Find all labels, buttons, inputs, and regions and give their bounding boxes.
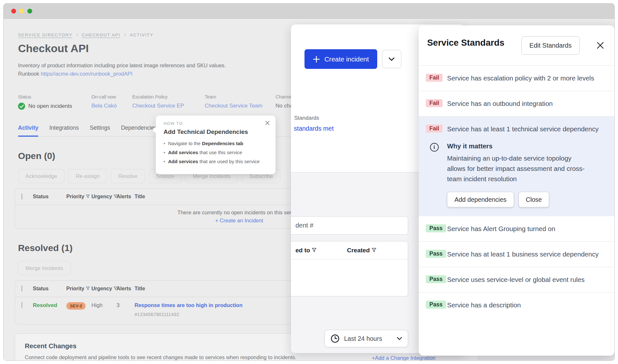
- window-content: SERVICE DIRECTORY › CHECKOUT API › ACTIV…: [4, 19, 614, 360]
- incident-status: Resolved: [33, 302, 66, 309]
- priority-badge: SEV-2: [66, 302, 86, 310]
- resolve-button[interactable]: Resolve: [111, 169, 145, 183]
- howto-step: •Navigate to the Dependencies tab: [164, 141, 268, 146]
- howto-tooltip: HOW TO Add Technical Dependencies •Navig…: [156, 116, 276, 174]
- col-urgency: Urgency: [91, 286, 117, 292]
- standard-item[interactable]: Pass Service has Alert Grouping turned o…: [419, 216, 614, 242]
- runbook-label: Runbook: [18, 71, 39, 77]
- standard-text: Service has at least 1 business service …: [447, 249, 599, 259]
- filter-funnel-icon[interactable]: [86, 286, 90, 292]
- col-assigned-to: ed to: [295, 247, 347, 254]
- select-all-checkbox[interactable]: [22, 285, 22, 292]
- standard-text: Service has escalation policy with 2 or …: [447, 73, 594, 83]
- col-status: Status: [33, 194, 66, 200]
- plus-icon: [313, 56, 320, 63]
- incident-alert-count: 3: [117, 302, 135, 309]
- incident-search-input[interactable]: [291, 216, 408, 235]
- service-standards-drawer: Service Standards Edit Standards Fail Se…: [419, 25, 614, 356]
- chevron-right-icon: ›: [124, 32, 126, 38]
- meta-status: Status No open incidents: [18, 94, 91, 110]
- oncall-user-link[interactable]: Bela Cakó: [91, 103, 132, 109]
- bullet-icon: •: [164, 141, 165, 146]
- howto-step: •Add services that are used by this serv…: [164, 159, 268, 164]
- meta-oncall-label: On-call now: [91, 94, 132, 99]
- why-it-matters-heading: Why it matters: [447, 142, 589, 150]
- standard-text: Service has at least 1 technical service…: [447, 124, 599, 134]
- breadcrumb-checkout-api[interactable]: CHECKOUT API: [82, 33, 120, 37]
- info-icon: i: [430, 143, 439, 152]
- standard-text: Service uses service-level or global eve…: [447, 275, 585, 285]
- standard-item[interactable]: Pass Service has a description: [419, 293, 614, 318]
- standard-text: Service has an outbound integration: [447, 99, 553, 108]
- select-all-checkbox[interactable]: [22, 193, 22, 200]
- col-created: Created: [347, 247, 376, 254]
- tab-integrations[interactable]: Integrations: [49, 125, 79, 136]
- status-badge: Pass: [426, 301, 446, 309]
- standards-met-link[interactable]: standards met: [294, 125, 334, 132]
- time-range-value: Last 24 hours: [344, 335, 382, 342]
- status-badge: Pass: [426, 275, 446, 283]
- check-circle-icon: [18, 103, 25, 110]
- window-minimize-icon[interactable]: [19, 9, 24, 14]
- filter-funnel-icon[interactable]: [312, 247, 316, 254]
- standard-text: Service has a description: [447, 300, 521, 310]
- chevron-down-icon: [389, 57, 395, 61]
- bullet-icon: •: [164, 150, 165, 155]
- acknowledge-button[interactable]: Acknowledge: [18, 169, 64, 183]
- standard-text: Service has Alert Grouping turned on: [447, 224, 555, 234]
- tab-activity[interactable]: Activity: [18, 125, 38, 136]
- window-zoom-icon[interactable]: [27, 9, 32, 14]
- incident-table-header: ed to Created: [291, 241, 408, 259]
- meta-team: Team Checkout Service Team: [205, 94, 276, 110]
- close-icon[interactable]: [596, 42, 604, 49]
- create-incident-button[interactable]: Create incident: [304, 49, 377, 69]
- meta-team-label: Team: [205, 94, 276, 99]
- status-badge: Fail: [426, 99, 443, 107]
- col-alerts: Alerts: [117, 194, 135, 200]
- window-close-icon[interactable]: [11, 9, 16, 14]
- meta-status-value: No open incidents: [18, 103, 91, 110]
- close-icon[interactable]: [265, 121, 270, 126]
- team-link[interactable]: Checkout Service Team: [205, 103, 276, 109]
- status-badge: Fail: [426, 125, 443, 133]
- create-incident-dropdown-button[interactable]: [382, 50, 401, 68]
- standard-item[interactable]: Pass Service has at least 1 business ser…: [419, 242, 614, 267]
- howto-title: Add Technical Dependencies: [164, 128, 268, 135]
- col-urgency: Urgency: [91, 194, 117, 200]
- edit-standards-button[interactable]: Edit Standards: [521, 36, 580, 55]
- filter-funnel-icon[interactable]: [372, 247, 376, 254]
- howto-steps: •Navigate to the Dependencies tab •Add s…: [164, 141, 268, 164]
- standard-item-expanded[interactable]: Fail Service has at least 1 technical se…: [419, 117, 614, 216]
- window-titlebar: [4, 4, 614, 19]
- meta-status-label: Status: [18, 94, 91, 99]
- meta-escalation-policy: Escalation Policy Checkout Service EP: [132, 94, 205, 110]
- col-priority: Priority: [66, 286, 91, 292]
- tab-dependencies[interactable]: Dependencies: [121, 125, 157, 136]
- tab-settings[interactable]: Settings: [90, 125, 110, 136]
- filter-funnel-icon[interactable]: [86, 194, 90, 200]
- howto-step: •Add services that use this service: [164, 150, 268, 155]
- col-priority: Priority: [66, 194, 91, 200]
- meta-ep-label: Escalation Policy: [132, 94, 205, 99]
- standard-item[interactable]: Fail Service has escalation policy with …: [419, 66, 614, 91]
- standard-item[interactable]: Pass Service uses service-level or globa…: [419, 267, 614, 293]
- time-range-dropdown[interactable]: Last 24 hours: [324, 330, 408, 347]
- why-it-matters-body: Maintaining an up-to-date service topolo…: [447, 153, 589, 184]
- reassign-button[interactable]: Re-assign: [68, 169, 107, 183]
- status-badge: Pass: [426, 224, 446, 232]
- drawer-header: Service Standards Edit Standards: [419, 25, 614, 66]
- standard-item[interactable]: Fail Service has an outbound integration: [419, 91, 614, 117]
- status-badge: Fail: [426, 74, 443, 82]
- close-button[interactable]: Close: [519, 192, 549, 207]
- escalation-policy-link[interactable]: Checkout Service EP: [132, 103, 205, 109]
- runbook-link[interactable]: https//acme-dev.com/runbook_prodAPI: [41, 71, 133, 77]
- add-dependencies-button[interactable]: Add dependencies: [447, 192, 514, 207]
- merge-incidents-button[interactable]: Merge Incidents: [18, 261, 70, 275]
- add-change-integration-link[interactable]: +Add a Change Integration: [372, 355, 435, 360]
- screenshot-stage: SERVICE DIRECTORY › CHECKOUT API › ACTIV…: [0, 0, 618, 364]
- breadcrumb-service-directory[interactable]: SERVICE DIRECTORY: [18, 33, 72, 37]
- bullet-icon: •: [164, 159, 165, 164]
- chevron-down-icon: [397, 337, 402, 340]
- row-checkbox[interactable]: [22, 302, 22, 308]
- col-alerts: Alerts: [117, 286, 135, 292]
